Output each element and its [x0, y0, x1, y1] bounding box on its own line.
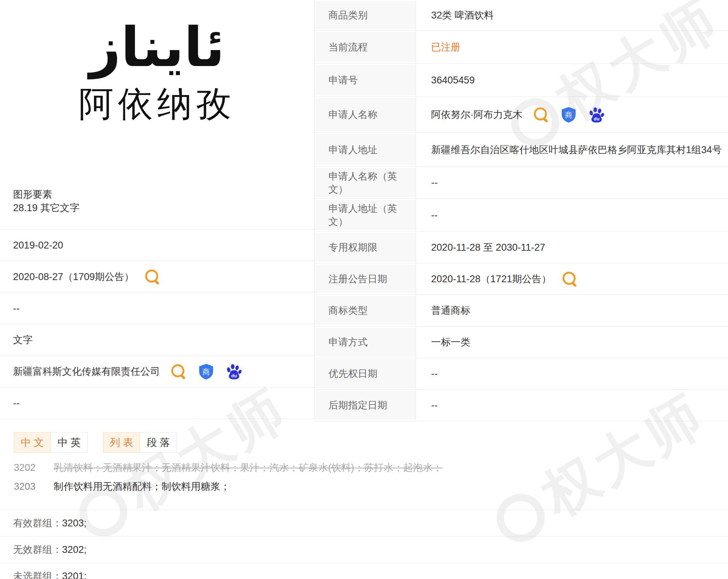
- goods-items-text: 制作饮料用无酒精配料；制饮料用糖浆；: [54, 481, 230, 492]
- trademark-arabic-text: ئايناز: [0, 15, 314, 80]
- svg-text:商: 商: [565, 111, 572, 119]
- svg-text:商: 商: [203, 368, 210, 376]
- row-value: 一标一类: [416, 327, 728, 358]
- table-row-exclusive-period: 专用权期限 2020-11-28 至 2030-11-27: [314, 232, 728, 263]
- table-row-applicant-address-en: 申请人地址（英文） --: [314, 199, 728, 232]
- table-row-applicant-name: 申请人名称 阿依努尔·阿布力克木 商 du: [314, 97, 728, 133]
- top-section: ئايناز 阿依纳孜 图形要素 28.19 其它文字 2019-02-20 2…: [0, 0, 728, 421]
- row-label: 专用权期限: [315, 233, 416, 262]
- first-announce-row: 2020-08-27（1709期公告）: [0, 261, 314, 293]
- svg-text:du: du: [231, 373, 237, 378]
- row-value: --: [416, 167, 728, 198]
- row-label: 申请人地址: [315, 134, 416, 165]
- unselected-groups-row: 未选群组： 3201;: [0, 563, 728, 579]
- group-value: 3202;: [62, 544, 87, 555]
- row-label: 注册公告日期: [315, 264, 416, 293]
- tab-chinese-english[interactable]: 中 英: [51, 432, 88, 453]
- row-value: 2020-11-28 至 2030-11-27: [416, 232, 728, 263]
- row-label: 申请人名称: [315, 98, 416, 131]
- group-value: 3203;: [62, 518, 87, 529]
- valid-groups-row: 有效群组： 3203;: [0, 510, 728, 536]
- invalid-groups-row: 无效群组： 3202;: [0, 536, 728, 563]
- tab-paragraph-view[interactable]: 段 落: [140, 432, 177, 453]
- table-row-applicant-address: 申请人地址 新疆维吾尔自治区喀什地区叶城县萨依巴格乡阿亚克库其村1组34号: [314, 133, 728, 167]
- table-row-registration-announcement: 注册公告日期 2020-11-28（1721期公告）: [314, 263, 728, 295]
- trademark-shield-icon[interactable]: 商: [560, 106, 577, 123]
- row-label: 申请人地址（英文）: [315, 200, 416, 230]
- row-value: --: [416, 358, 728, 389]
- tab-chinese[interactable]: 中 文: [14, 432, 51, 453]
- table-row-trademark-type: 商标类型 普通商标: [314, 295, 728, 327]
- search-icon[interactable]: [533, 106, 549, 123]
- group-label: 未选群组：: [13, 570, 62, 579]
- trademark-chinese-text: 阿依纳孜: [0, 85, 314, 123]
- applicant-name: 阿依努尔·阿布力克木: [431, 108, 523, 121]
- group-summary: 有效群组： 3203; 无效群组： 3202; 未选群组： 3201;: [0, 510, 728, 579]
- group-label: 有效群组：: [13, 517, 62, 530]
- row-value: 新疆维吾尔自治区喀什地区叶城县萨依巴格乡阿亚克库其村1组34号: [416, 133, 728, 167]
- trademark-image: ئايناز 阿依纳孜: [0, 15, 314, 123]
- mark-form: 文字: [13, 333, 33, 346]
- row-label: 申请方式: [315, 328, 416, 357]
- row-value: 2020-11-28（1721期公告）: [416, 263, 728, 295]
- left-empty-row: --: [0, 387, 314, 419]
- group-value: 3201;: [62, 571, 87, 579]
- row-value: 阿依努尔·阿布力克木 商 du: [416, 97, 728, 132]
- empty-value: --: [13, 303, 20, 314]
- goods-row-3203: 3203 制作饮料用无酒精配料；制饮料用糖浆；: [0, 481, 728, 492]
- baidu-icon[interactable]: du: [588, 106, 605, 123]
- table-row-application-number: 申请号 36405459: [314, 64, 728, 97]
- row-label: 后期指定日期: [315, 391, 416, 420]
- left-empty-row: --: [0, 293, 314, 324]
- row-label: 商标类型: [315, 296, 416, 325]
- table-row-later-designation-date: 后期指定日期 --: [314, 390, 728, 421]
- goods-items-text: 乳清饮料；无酒精果汁；无酒精果汁饮料；果汁；汽水；矿泉水(饮料)；苏打水；起泡水…: [54, 462, 442, 473]
- row-value: --: [416, 199, 728, 231]
- group-label: 无效群组：: [13, 543, 62, 556]
- table-row-priority-date: 优先权日期 --: [314, 358, 728, 390]
- apply-date: 2019-02-20: [13, 240, 63, 251]
- row-label: 商品类别: [315, 1, 416, 29]
- detail-table: 商品类别 32类 啤酒饮料 当前流程 已注册 申请号 36405459 申请人名…: [314, 0, 728, 421]
- search-icon[interactable]: [170, 363, 187, 380]
- search-icon[interactable]: [561, 271, 578, 287]
- first-announce-date: 2020-08-27（1709期公告）: [13, 270, 134, 283]
- row-value: --: [416, 390, 728, 421]
- empty-value: --: [13, 398, 20, 409]
- search-icon[interactable]: [144, 268, 161, 285]
- apply-date-row: 2019-02-20: [0, 230, 314, 261]
- goods-group-code: 3202: [0, 462, 54, 473]
- figure-elements-title: 图形要素: [13, 188, 79, 201]
- trademark-shield-icon[interactable]: 商: [198, 363, 214, 380]
- trademark-detail-page: 权大师 权大师 权大师 ئايناز 阿依纳孜 图形要素 28.19 其它文字 …: [0, 0, 728, 579]
- tab-list-view[interactable]: 列 表: [103, 432, 140, 453]
- row-label: 申请号: [315, 65, 416, 95]
- mark-form-row: 文字: [0, 324, 314, 356]
- table-row-category: 商品类别 32类 啤酒饮料: [314, 0, 728, 31]
- figure-elements-value: 28.19 其它文字: [13, 201, 79, 215]
- baidu-icon[interactable]: du: [225, 363, 242, 380]
- trademark-image-block: ئايناز 阿依纳孜 图形要素 28.19 其它文字: [0, 0, 314, 230]
- table-row-applicant-name-en: 申请人名称（英文） --: [314, 167, 728, 199]
- left-pane: ئايناز 阿依纳孜 图形要素 28.19 其它文字 2019-02-20 2…: [0, 0, 314, 421]
- row-label: 优先权日期: [315, 359, 416, 388]
- figure-elements: 图形要素 28.19 其它文字: [13, 188, 79, 215]
- row-value: 36405459: [416, 64, 728, 96]
- status-badge: 已注册: [416, 31, 728, 63]
- row-value: 32类 啤酒饮料: [416, 0, 728, 30]
- goods-row-3202: 3202 乳清饮料；无酒精果汁；无酒精果汁饮料；果汁；汽水；矿泉水(饮料)；苏打…: [0, 462, 728, 473]
- row-value: 普通商标: [416, 295, 728, 326]
- view-tab-group: 列 表 段 落: [103, 432, 177, 453]
- goods-list: 3202 乳清饮料；无酒精果汁；无酒精果汁饮料；果汁；汽水；矿泉水(饮料)；苏打…: [0, 462, 728, 492]
- tabs-row: 中 文 中 英 列 表 段 落: [14, 432, 728, 453]
- svg-text:du: du: [594, 116, 600, 122]
- row-label: 当前流程: [315, 32, 416, 62]
- table-row-status: 当前流程 已注册: [314, 31, 728, 64]
- goods-group-code: 3203: [0, 481, 54, 492]
- row-label: 申请人名称（英文）: [315, 168, 416, 197]
- table-row-application-mode: 申请方式 一标一类: [314, 327, 728, 358]
- agent-name: 新疆富科斯文化传媒有限责任公司: [13, 365, 160, 378]
- agent-row: 新疆富科斯文化传媒有限责任公司 商 du: [0, 356, 314, 387]
- language-tab-group: 中 文 中 英: [14, 432, 88, 453]
